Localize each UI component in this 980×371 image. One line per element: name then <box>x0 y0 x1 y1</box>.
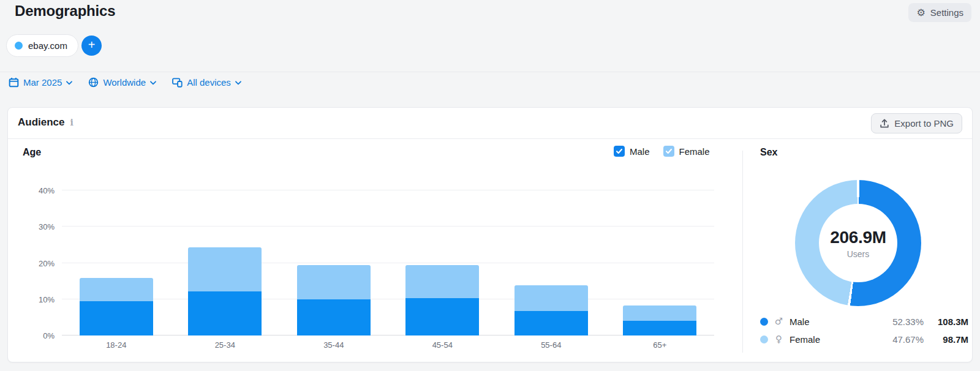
checkbox-male-icon[interactable] <box>614 146 625 157</box>
x-axis-label: 45-54 <box>388 340 497 350</box>
devices-filter-label: All devices <box>187 77 231 88</box>
chevron-down-icon <box>150 81 156 85</box>
devices-icon <box>172 77 183 88</box>
header-divider <box>0 72 980 72</box>
date-filter-label: Mar 2025 <box>23 77 62 88</box>
sex-legend: ♂Male52.33%108.3M♀Female47.67%98.7M <box>760 313 968 347</box>
male-dot-icon <box>760 318 768 326</box>
export-to-png-button[interactable]: Export to PNG <box>871 113 962 133</box>
bar-male-segment[interactable] <box>514 311 588 335</box>
male-symbol-icon: ♂ <box>774 316 784 327</box>
demographics-page: Demographics ⚙ Settings ebay.com + Mar 2… <box>0 0 980 371</box>
bar-group-65+ <box>606 190 715 335</box>
x-axis-label: 18-24 <box>62 340 171 350</box>
bar-male-segment[interactable] <box>405 298 479 335</box>
sex-legend-label: Male <box>790 317 810 327</box>
domain-label: ebay.com <box>28 40 67 51</box>
legend-checkbox-label: Female <box>679 146 710 157</box>
bar-female-segment[interactable] <box>405 265 479 298</box>
bar-group-18-24 <box>62 190 171 335</box>
legend-checkbox-male[interactable]: Male <box>614 146 650 157</box>
settings-button-label: Settings <box>930 7 963 18</box>
female-dot-icon <box>760 335 768 343</box>
bar-group-25-34 <box>171 190 280 335</box>
section-divider <box>742 151 743 353</box>
y-axis-tick: 20% <box>21 259 55 268</box>
sex-legend-percent: 52.33% <box>892 317 924 327</box>
sex-legend-row-male[interactable]: ♂Male52.33%108.3M <box>760 313 968 329</box>
x-axis-label: 65+ <box>606 340 715 350</box>
sex-legend-label: Female <box>790 334 820 345</box>
bar-female-segment[interactable] <box>80 278 153 301</box>
devices-filter[interactable]: All devices <box>172 77 241 88</box>
region-filter[interactable]: Worldwide <box>88 77 156 88</box>
page-title: Demographics <box>15 2 115 20</box>
bar-male-segment[interactable] <box>297 299 371 335</box>
female-symbol-icon: ♀ <box>774 334 784 345</box>
donut-total-label: Users <box>847 249 870 259</box>
date-filter[interactable]: Mar 2025 <box>9 77 72 88</box>
checkbox-female-icon[interactable] <box>663 146 674 157</box>
info-icon[interactable]: i <box>70 118 74 127</box>
filters-row: Mar 2025 Worldwide All devices <box>9 74 241 91</box>
bar-female-segment[interactable] <box>623 305 696 321</box>
age-legend: MaleFemale <box>614 146 710 157</box>
add-competitor-button[interactable]: + <box>81 36 102 56</box>
y-axis-tick: 10% <box>21 295 55 304</box>
age-plot: 0%10%20%30%40% <box>62 190 714 335</box>
settings-button[interactable]: ⚙ Settings <box>908 3 971 22</box>
sex-legend-percent: 47.67% <box>892 334 924 345</box>
legend-checkbox-label: Male <box>630 146 650 157</box>
bar-female-segment[interactable] <box>297 265 371 299</box>
y-axis-tick: 40% <box>21 186 55 195</box>
export-button-label: Export to PNG <box>894 118 954 129</box>
sex-legend-row-female[interactable]: ♀Female47.67%98.7M <box>760 331 968 347</box>
domain-dot-icon <box>15 42 23 50</box>
domain-pill[interactable]: ebay.com <box>6 34 78 57</box>
bar-male-segment[interactable] <box>80 301 153 335</box>
gear-icon: ⚙ <box>916 8 925 18</box>
x-axis-labels: 18-2425-3435-4445-5455-6465+ <box>62 340 714 350</box>
bar-female-segment[interactable] <box>514 285 588 311</box>
region-filter-label: Worldwide <box>103 77 146 88</box>
bar-group-35-44 <box>279 190 388 335</box>
sex-donut: 206.9M Users <box>795 180 921 306</box>
x-axis-label: 55-64 <box>497 340 606 350</box>
age-section-title: Age <box>23 147 41 158</box>
bar-female-segment[interactable] <box>188 247 262 291</box>
bar-group-55-64 <box>497 190 606 335</box>
y-axis-tick: 30% <box>21 222 55 231</box>
globe-icon <box>88 77 99 88</box>
chevron-down-icon <box>66 81 72 85</box>
bars <box>62 190 714 335</box>
bar-group-45-54 <box>388 190 497 335</box>
y-axis-tick: 0% <box>21 331 55 340</box>
bar-male-segment[interactable] <box>623 321 696 335</box>
bar-male-segment[interactable] <box>188 291 262 335</box>
legend-checkbox-female[interactable]: Female <box>663 146 710 157</box>
sex-legend-value: 108.3M <box>929 317 968 327</box>
audience-title-text: Audience <box>18 116 65 129</box>
calendar-icon <box>9 77 19 88</box>
donut-total-users: 206.9M <box>830 228 886 247</box>
sex-legend-value: 98.7M <box>929 334 968 345</box>
export-icon <box>880 119 889 129</box>
audience-title: Audience i <box>18 116 74 129</box>
audience-card-header: Audience i Export to PNG <box>8 108 972 139</box>
audience-card: Audience i Export to PNG Age MaleFemale … <box>7 107 973 362</box>
chevron-down-icon <box>235 81 241 85</box>
x-axis-label: 35-44 <box>279 340 388 350</box>
donut-center: 206.9M Users <box>819 204 897 282</box>
sex-section-title: Sex <box>760 147 777 158</box>
x-axis-label: 25-34 <box>171 340 280 350</box>
